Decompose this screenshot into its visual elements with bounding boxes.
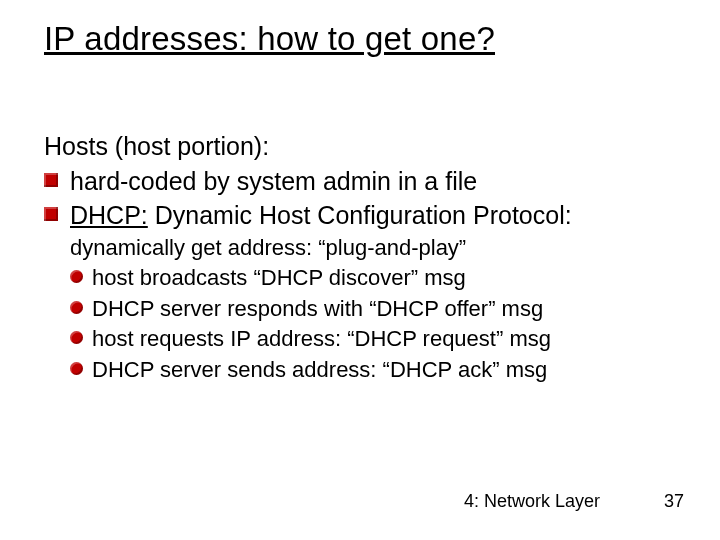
slide-title: IP addresses: how to get one? [44, 20, 495, 58]
page-number: 37 [664, 491, 684, 512]
slide: IP addresses: how to get one? Hosts (hos… [0, 0, 720, 540]
step-2-pre: DHCP server responds with “ [92, 296, 376, 321]
step-2-em: DHCP offer [376, 296, 488, 321]
step-1: host broadcasts “DHCP discover” msg [44, 264, 684, 293]
dhcp-expansion: Dynamic Host Configuration Protocol: [155, 201, 572, 229]
footer-chapter: 4: Network Layer [464, 491, 600, 512]
step-4: DHCP server sends address: “DHCP ack” ms… [44, 356, 684, 385]
dhcp-t2: ost [277, 201, 317, 229]
circle-bullet-icon [70, 301, 83, 314]
dhcp-D: D [155, 201, 173, 229]
dhcp-t3: onfiguration [335, 201, 473, 229]
dhcp-P: P [473, 201, 490, 229]
dhcp-t4: rotocol: [490, 201, 572, 229]
step-4-pre: DHCP server sends address: “ [92, 357, 390, 382]
bullet-item-1: hard-coded by system admin in a file [44, 165, 684, 198]
circle-bullet-icon [70, 362, 83, 375]
square-bullet-icon [44, 207, 58, 221]
step-2: DHCP server responds with “DHCP offer” m… [44, 295, 684, 324]
dhcp-subline: dynamically get address: “plug-and-play” [44, 234, 684, 263]
step-3-em: DHCP request [355, 326, 496, 351]
step-1-em: DHCP discover [261, 265, 411, 290]
dhcp-t1: ynamic [173, 201, 259, 229]
lead-text: Hosts (host portion): [44, 130, 684, 163]
dhcp-term: DHCP: [70, 201, 148, 229]
dhcp-C: C [317, 201, 335, 229]
circle-bullet-icon [70, 270, 83, 283]
square-bullet-icon [44, 173, 58, 187]
dhcp-H: H [259, 201, 277, 229]
bullet-item-2: DHCP: Dynamic Host Configuration Protoco… [44, 199, 684, 232]
step-4-post: ” msg [492, 357, 547, 382]
step-3-post: ” msg [496, 326, 551, 351]
step-2-post: ” msg [488, 296, 543, 321]
step-1-post: ” msg [411, 265, 466, 290]
circle-bullet-icon [70, 331, 83, 344]
bullet-1-text: hard-coded by system admin in a file [70, 167, 477, 195]
step-3: host requests IP address: “DHCP request”… [44, 325, 684, 354]
step-1-pre: host broadcasts “ [92, 265, 261, 290]
slide-body: Hosts (host portion): hard-coded by syst… [44, 130, 684, 384]
step-3-pre: host requests IP address: “ [92, 326, 355, 351]
step-4-em: DHCP ack [390, 357, 492, 382]
